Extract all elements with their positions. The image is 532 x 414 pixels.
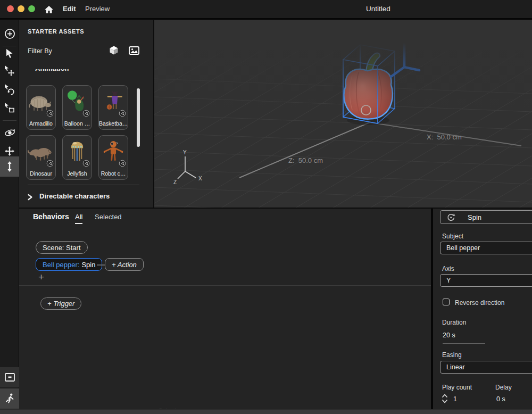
asset-card-label: Robot c… [99,170,128,177]
directable-characters-expander[interactable] [27,193,33,203]
bell-pepper-spin-node[interactable]: Bell pepper: Spin [36,258,102,271]
measurement-lines [239,122,521,178]
node-subject-label: Bell pepper: [43,261,79,269]
play-count-stepper[interactable] [442,393,448,404]
cursor-rotate-icon [4,84,15,95]
easing-label: Easing [442,351,462,359]
gizmo-z-label: Z [173,179,177,185]
spin-inspector-panel: Spin Subject Bell pepper Axis Y Reverse … [433,209,532,414]
orbit-camera-button[interactable] [0,123,19,142]
add-asset-button[interactable] [0,24,19,43]
viewport-3d[interactable]: Z: 50.0 cm X: 50.0 cm Y X Z [154,20,532,208]
assets-scrollbar[interactable] [137,88,140,147]
z-measure-label: Z: 50.0 cm [288,156,323,164]
home-icon [44,4,54,15]
plus-circle-icon [4,28,15,39]
node-connector [97,264,105,266]
asset-card-label: Jellyfish [63,170,92,177]
cursor-scale-icon [4,102,15,114]
cursor-move-icon [4,65,15,77]
directable-characters-label[interactable]: Directable characters [39,192,110,200]
animated-asset-badge-icon [46,110,54,117]
select-rotate-tool-button[interactable] [0,80,19,98]
orbit-icon [4,127,16,139]
add-trigger-button[interactable]: + Trigger [40,297,81,310]
behavior-header[interactable]: Spin [440,210,532,224]
titlebar: Edit Preview Untitled [0,0,532,19]
assets-panel-header: STARTER ASSETS [28,28,84,35]
elevate-arrow-icon [5,161,14,172]
tool-rail [0,20,19,414]
filter-2d-button[interactable] [129,46,139,57]
gizmo-x-label: X [198,176,202,181]
axis-label: Axis [442,265,454,272]
pan-arrows-icon [4,145,15,157]
menu-edit[interactable]: Edit [63,5,76,13]
reverse-direction-checkbox[interactable] [443,299,450,305]
starter-assets-panel: STARTER ASSETS Filter By Animation [19,20,154,208]
viewport-scene [154,20,532,208]
minimize-window-button[interactable] [18,5,24,12]
asset-card-label: Armadillo [27,120,55,127]
select-cursor-icon [5,48,14,59]
elevate-camera-button[interactable] [0,156,19,177]
filter-by-label: Filter By [28,47,52,55]
document-title: Untitled [366,5,390,13]
select-move-tool-button[interactable] [0,62,19,80]
animated-asset-badge-icon [82,160,90,167]
delay-label: Delay [495,384,512,391]
orientation-gizmo: Y X Z [173,149,207,187]
behaviors-panel-toggle-button[interactable] [0,388,19,409]
filter-3d-button[interactable] [109,45,119,57]
select-scale-tool-button[interactable] [0,99,19,117]
animated-asset-badge-icon [119,110,126,117]
assets-panel-toggle-button[interactable] [0,367,19,387]
add-action-button[interactable]: + Action [105,258,144,271]
easing-dropdown[interactable]: Linear [440,361,532,374]
asset-card-label: Dinosaur [27,170,55,177]
image-icon [129,46,139,55]
duration-input[interactable]: 20 s [443,332,485,344]
node-action-label: Spin [81,261,95,269]
asset-card-basketball[interactable]: Basketba… [98,85,128,130]
play-count-label: Play count [442,384,472,391]
axis-dropdown[interactable]: Y [440,274,532,287]
bottom-scrollbar-track[interactable] [0,409,532,414]
select-tool-button[interactable] [0,44,19,62]
home-button[interactable] [44,4,54,17]
animated-asset-badge-icon [46,160,54,167]
asset-card-jellyfish[interactable]: Jellyfish [62,135,92,180]
chevron-right-icon [27,194,33,201]
tab-all[interactable]: All [75,213,82,224]
assets-divider [28,185,139,185]
app-window: Edit Preview Untitled [0,0,532,414]
animated-asset-badge-icon [119,160,126,167]
behavior-header-label: Spin [468,213,481,221]
duration-label: Duration [442,319,466,326]
scene-start-node[interactable]: Scene: Start [36,241,88,254]
subject-dropdown[interactable]: Bell pepper [440,242,532,254]
asset-card-armadillo[interactable]: Armadillo [26,85,56,130]
asset-card-dinosaur[interactable]: Dinosaur [26,135,56,180]
play-count-value[interactable]: 1 [453,395,457,403]
tab-selected[interactable]: Selected [95,213,122,223]
asset-card-balloon[interactable]: Balloon … [62,85,92,130]
add-behavior-plus-button[interactable]: + [38,271,44,283]
behaviors-panel: Behaviors All Selected Scene: Start Bell… [19,209,431,414]
animated-asset-badge-icon [82,110,90,117]
behaviors-title: Behaviors [33,212,69,221]
reverse-direction-label: Reverse direction [455,299,504,307]
menu-preview[interactable]: Preview [85,5,110,13]
subject-label: Subject [442,233,463,240]
bell-pepper-object[interactable] [344,53,392,119]
maximize-window-button[interactable] [28,5,35,12]
delay-value[interactable]: 0 s [496,395,505,403]
animation-section-label: Animation [35,69,131,72]
x-measure-label: X: 50.0 cm [427,133,462,141]
clipped-section-header: Animation [35,69,131,74]
close-window-button[interactable] [7,5,14,12]
asset-card-label: Basketba… [99,120,128,127]
asset-card-robot[interactable]: Robot c… [98,135,128,180]
spin-reset-icon [446,212,456,222]
gizmo-y-label: Y [183,150,187,155]
